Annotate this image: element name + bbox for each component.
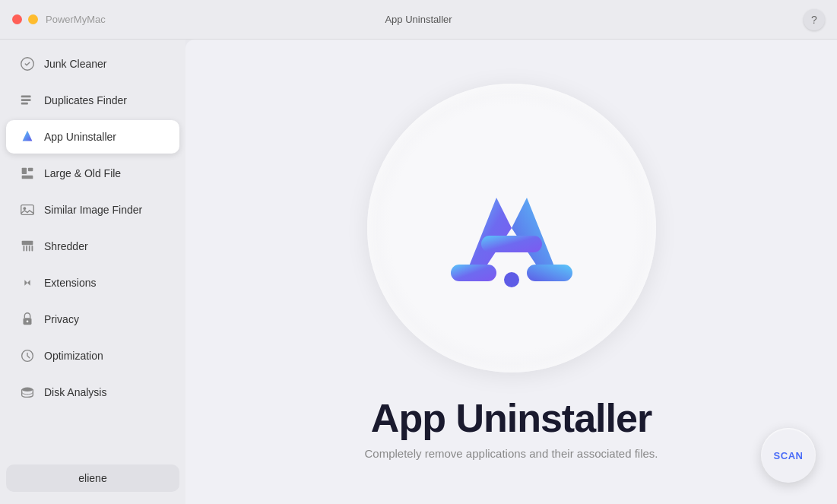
svg-point-21 <box>504 272 519 287</box>
app-uninstaller-main-icon <box>436 152 588 304</box>
app-uninstaller-icon <box>18 128 36 146</box>
sidebar-item-privacy[interactable]: Privacy <box>6 303 179 336</box>
content-title: App Uninstaller <box>371 395 652 441</box>
sidebar-item-similar-image-finder[interactable]: Similar Image Finder <box>6 193 179 227</box>
close-button[interactable] <box>12 14 22 24</box>
shredder-icon <box>18 237 36 255</box>
app-icon-backdrop <box>367 84 656 372</box>
sidebar-label-extensions: Extensions <box>44 277 96 289</box>
window-title: App Uninstaller <box>385 14 452 25</box>
sidebar-label-privacy: Privacy <box>44 313 79 325</box>
sidebar-label-duplicates-finder: Duplicates Finder <box>44 94 127 106</box>
duplicates-finder-icon <box>18 91 36 109</box>
svg-rect-3 <box>21 103 28 105</box>
user-button[interactable]: eliene <box>6 464 179 492</box>
scan-button[interactable]: SCAN <box>761 428 816 483</box>
svg-rect-6 <box>22 176 33 179</box>
traffic-lights <box>12 14 38 24</box>
user-section: eliene <box>0 458 185 498</box>
svg-rect-11 <box>26 246 27 251</box>
sidebar-spacer <box>0 410 185 458</box>
sidebar-item-large-old-file[interactable]: Large & Old File <box>6 157 179 190</box>
sidebar-label-junk-cleaner: Junk Cleaner <box>44 58 107 70</box>
help-button[interactable]: ? <box>804 9 825 30</box>
scan-button-wrapper: SCAN <box>761 428 816 483</box>
svg-rect-2 <box>21 99 31 101</box>
sidebar-item-junk-cleaner[interactable]: Junk Cleaner <box>6 47 179 81</box>
sidebar-label-large-old-file: Large & Old File <box>44 167 121 179</box>
sidebar-label-disk-analysis: Disk Analysis <box>44 386 106 398</box>
sidebar-item-duplicates-finder[interactable]: Duplicates Finder <box>6 84 179 117</box>
svg-rect-1 <box>21 96 31 98</box>
svg-rect-20 <box>527 265 572 281</box>
sidebar: Junk Cleaner Duplicates Finder <box>0 40 185 504</box>
similar-image-finder-icon <box>18 201 36 219</box>
sidebar-item-extensions[interactable]: Extensions <box>6 266 179 300</box>
svg-rect-12 <box>29 246 30 251</box>
titlebar: PowerMyMac App Uninstaller ? <box>0 0 837 40</box>
large-old-file-icon <box>18 164 36 182</box>
svg-rect-9 <box>22 241 33 246</box>
svg-rect-5 <box>28 168 33 172</box>
svg-rect-4 <box>22 168 27 174</box>
extensions-icon <box>18 274 36 292</box>
svg-point-17 <box>22 388 33 391</box>
svg-point-15 <box>27 320 29 322</box>
optimization-icon <box>18 347 36 365</box>
sidebar-label-shredder: Shredder <box>44 240 88 252</box>
sidebar-item-app-uninstaller[interactable]: App Uninstaller <box>6 120 179 154</box>
content-subtitle: Completely remove applications and their… <box>364 447 658 460</box>
sidebar-item-shredder[interactable]: Shredder <box>6 230 179 263</box>
app-name: PowerMyMac <box>46 14 106 25</box>
sidebar-label-app-uninstaller: App Uninstaller <box>44 131 116 143</box>
svg-rect-13 <box>32 246 33 251</box>
svg-rect-18 <box>481 236 542 252</box>
junk-cleaner-icon <box>18 55 36 73</box>
svg-rect-10 <box>24 246 25 251</box>
sidebar-item-optimization[interactable]: Optimization <box>6 339 179 372</box>
svg-rect-19 <box>451 265 496 281</box>
content-area: App Uninstaller Completely remove applic… <box>185 40 837 504</box>
minimize-button[interactable] <box>28 14 38 24</box>
sidebar-label-optimization: Optimization <box>44 350 103 362</box>
sidebar-label-similar-image-finder: Similar Image Finder <box>44 204 142 216</box>
svg-point-8 <box>24 207 27 210</box>
main-layout: Junk Cleaner Duplicates Finder <box>0 40 837 504</box>
disk-analysis-icon <box>18 383 36 401</box>
sidebar-item-disk-analysis[interactable]: Disk Analysis <box>6 376 179 409</box>
privacy-icon <box>18 310 36 328</box>
